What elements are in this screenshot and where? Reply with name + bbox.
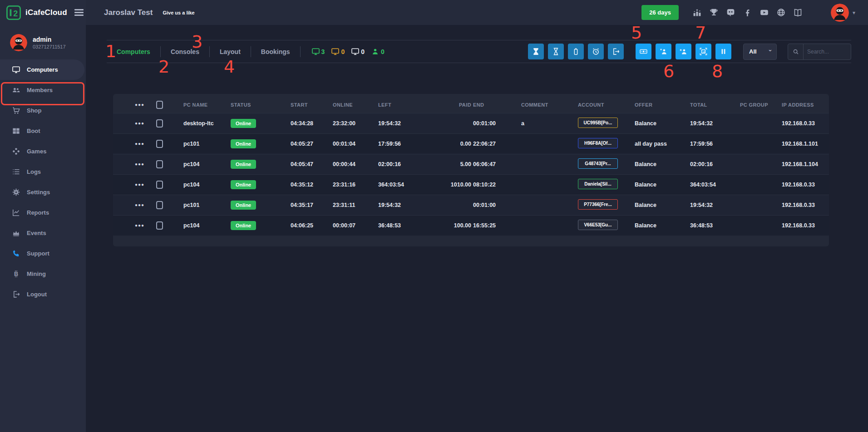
tab-consoles[interactable]: Consoles — [161, 46, 210, 57]
sidebar-item-label: Shop — [27, 107, 42, 114]
pc-group-cell — [740, 195, 782, 215]
subscription-days-button[interactable]: 26 days — [641, 5, 679, 20]
sidebar-item-logout[interactable]: Logout — [0, 284, 86, 304]
account-badge[interactable]: P77366[Fre... — [578, 199, 618, 210]
account-badge[interactable]: UC995B[Po... — [578, 118, 618, 128]
sidebar-item-logs[interactable]: Logs — [0, 162, 86, 182]
paid-cell: 0.00 — [431, 133, 473, 154]
row-checkbox[interactable] — [156, 140, 163, 148]
monitor-icon — [311, 47, 320, 56]
pc-group-filter-select[interactable]: All — [743, 44, 777, 60]
alarm-clock-button[interactable] — [588, 44, 604, 59]
add-member-star-button[interactable] — [656, 44, 671, 59]
sidebar-item-computers[interactable]: Computers — [0, 59, 84, 80]
offer-cell: Balance — [635, 113, 690, 133]
col-online: ONLINE — [333, 97, 378, 113]
user-avatar[interactable] — [831, 4, 849, 22]
account-badge[interactable]: Daniela[Sil... — [578, 179, 618, 189]
row-menu-button[interactable]: ●●● — [113, 133, 156, 154]
offer-cell: Balance — [635, 174, 690, 195]
row-menu-button[interactable]: ●●● — [113, 215, 156, 236]
sign-out-button[interactable] — [608, 44, 624, 59]
book-icon[interactable] — [793, 8, 803, 17]
chart-icon — [12, 208, 20, 217]
table-row: ●●● pc104 Online 04:05:47 00:00:44 02:00… — [113, 154, 829, 174]
paid-cell — [431, 113, 473, 133]
end-cell: 08:10:22 — [473, 174, 521, 195]
main-content: Computers Consoles Layout Bookings 3 0 0… — [86, 25, 868, 432]
sidebar-item-members[interactable]: Members — [0, 80, 86, 100]
row-checkbox[interactable] — [156, 201, 163, 209]
sidebar: admin 032712711517 Computers Members Sho… — [0, 25, 86, 432]
pc-group-filter: All — [743, 44, 777, 60]
sidebar-item-shop[interactable]: Shop — [0, 100, 86, 121]
hourglass-filled-button[interactable] — [528, 44, 544, 59]
row-checkbox[interactable] — [156, 119, 163, 128]
sidebar-item-games[interactable]: Games — [0, 141, 86, 162]
screenshot-button[interactable] — [695, 44, 711, 59]
left-cell: 19:54:32 — [378, 113, 431, 133]
row-menu-button[interactable]: ●●● — [113, 154, 156, 174]
account-badge[interactable]: V66E53[Gu... — [578, 220, 618, 230]
total-cell: 364:03:54 — [690, 174, 740, 195]
row-checkbox[interactable] — [156, 181, 163, 189]
counter-value: 0 — [381, 48, 385, 55]
monitor-icon — [351, 47, 360, 56]
ip-address-cell: 192.168.1.101 — [782, 133, 829, 154]
row-menu-button[interactable]: ●●● — [113, 195, 156, 215]
row-menu-button[interactable]: ●●● — [113, 174, 156, 195]
bitcoin-icon: B — [12, 270, 20, 278]
pc-name-cell: pc104 — [183, 174, 231, 195]
globe-icon[interactable] — [776, 8, 786, 17]
online-cell: 00:00:44 — [333, 154, 378, 174]
row-checkbox[interactable] — [156, 160, 163, 168]
paid-cell — [431, 195, 473, 215]
status-badge: Online — [231, 119, 256, 128]
sidebar-item-boot[interactable]: Boot — [0, 121, 86, 141]
sidebar-avatar — [10, 34, 27, 51]
hourglass-outline-button[interactable] — [548, 44, 564, 59]
status-cell: Online — [231, 133, 291, 154]
user-menu[interactable]: ▾ — [831, 4, 855, 22]
trophy-icon[interactable] — [709, 8, 719, 17]
sidebar-item-reports[interactable]: Reports — [0, 202, 86, 223]
end-cell: 22:06:27 — [473, 133, 521, 154]
brand-zone: 2 iCafeCloud — [0, 0, 86, 25]
sidebar-item-settings[interactable]: Settings — [0, 182, 86, 202]
row-checkbox[interactable] — [156, 221, 163, 230]
select-all-checkbox[interactable] — [156, 101, 163, 109]
table-header-row: ●●● PC NAME STATUS START ONLINE LEFT PAI… — [113, 97, 829, 113]
row-menu-header[interactable]: ●●● — [113, 97, 156, 113]
comment-cell — [521, 133, 578, 154]
sidebar-item-mining[interactable]: B Mining — [0, 264, 86, 284]
add-member-button[interactable] — [676, 44, 691, 59]
give-us-a-like-link[interactable]: Give us a like — [163, 10, 194, 15]
status-badge: Online — [231, 201, 256, 210]
hamburger-menu-icon[interactable] — [74, 9, 84, 16]
account-badge[interactable]: H96F8A[Of... — [578, 138, 618, 148]
sidebar-item-support[interactable]: Support — [0, 243, 86, 264]
col-comment: COMMENT — [521, 97, 578, 113]
battery-button[interactable] — [568, 44, 584, 59]
youtube-icon[interactable] — [760, 8, 769, 17]
search-input[interactable] — [804, 49, 851, 55]
cash-payment-button[interactable] — [636, 44, 651, 59]
discord-icon[interactable] — [726, 8, 735, 17]
tab-computers[interactable]: Computers — [107, 46, 161, 57]
pc-group-cell — [740, 113, 782, 133]
tab-bookings[interactable]: Bookings — [251, 46, 301, 57]
facebook-icon[interactable] — [743, 8, 752, 17]
crown-icon — [12, 229, 20, 237]
users-icon — [12, 86, 20, 94]
annotation-8: 8 — [712, 61, 723, 81]
tab-label: Bookings — [261, 48, 290, 55]
ranking-icon[interactable] — [692, 8, 702, 17]
col-start: START — [291, 97, 333, 113]
sidebar-item-events[interactable]: Events — [0, 223, 86, 243]
sidebar-item-label: Boot — [27, 128, 40, 134]
tab-layout[interactable]: Layout — [210, 46, 251, 57]
start-cell: 04:35:12 — [291, 174, 333, 195]
row-menu-button[interactable]: ●●● — [113, 113, 156, 133]
pause-button[interactable] — [715, 44, 731, 59]
account-badge[interactable]: G48743[Pr... — [578, 158, 618, 169]
